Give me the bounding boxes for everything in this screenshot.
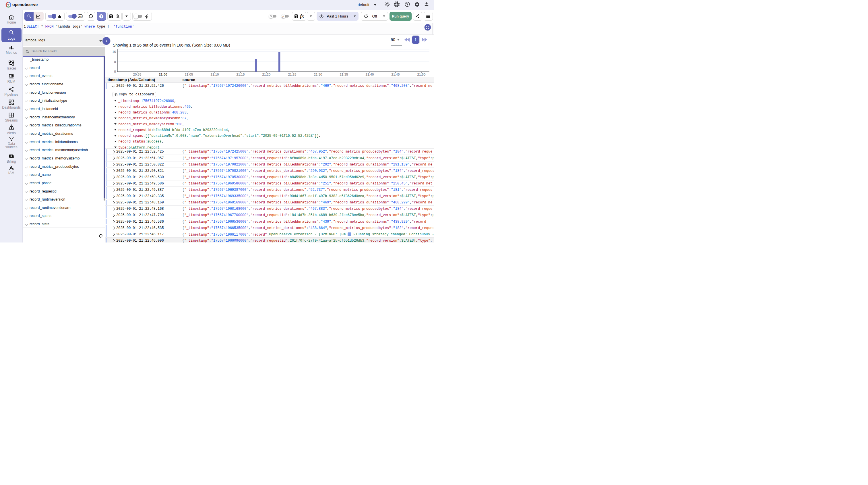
svg-text:21:15: 21:15	[237, 73, 245, 76]
svg-text:21:25: 21:25	[288, 73, 297, 76]
svg-text:21:40: 21:40	[366, 73, 374, 76]
svg-text:21:50: 21:50	[417, 73, 426, 76]
svg-text:21:35: 21:35	[340, 73, 348, 76]
svg-text:SQL: SQL	[79, 16, 82, 17]
svg-text:0: 0	[114, 70, 116, 73]
svg-text:21:10: 21:10	[211, 73, 219, 76]
svg-text:21:20: 21:20	[262, 73, 271, 76]
svg-text:21:45: 21:45	[392, 73, 400, 76]
svg-text:21:05: 21:05	[185, 73, 193, 76]
svg-text:?: ?	[100, 15, 102, 18]
svg-text:21:00: 21:00	[159, 73, 167, 76]
svg-text:16: 16	[112, 50, 116, 53]
svg-text:20:55: 20:55	[133, 73, 142, 76]
svg-text:8: 8	[114, 60, 116, 63]
svg-text:21:30: 21:30	[314, 73, 322, 76]
